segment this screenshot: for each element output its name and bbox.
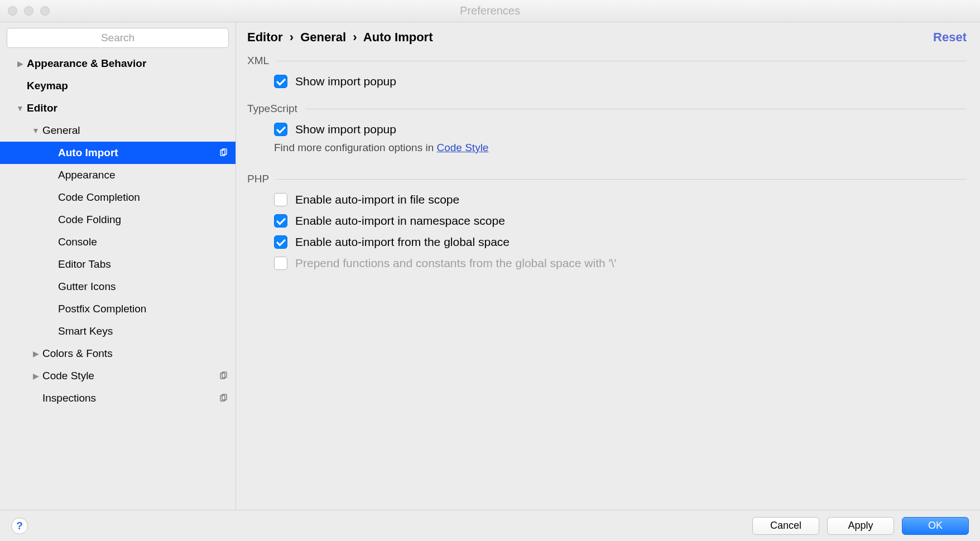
tree-item-postfix-completion[interactable]: Postfix Completion bbox=[0, 298, 236, 320]
option-label: Show import popup bbox=[295, 75, 396, 88]
help-button[interactable]: ? bbox=[11, 518, 28, 534]
tree-item-editor[interactable]: ▼Editor bbox=[0, 97, 236, 119]
breadcrumb-part: Auto Import bbox=[363, 30, 433, 44]
option-xml-show-import-popup[interactable]: Show import popup bbox=[247, 75, 967, 88]
checkbox[interactable] bbox=[274, 235, 287, 249]
close-window-button[interactable] bbox=[8, 6, 17, 16]
tree-item-appearance[interactable]: Appearance bbox=[0, 164, 236, 186]
tree-item-label: Auto Import bbox=[58, 147, 219, 159]
tree-item-code-style[interactable]: ▶Code Style bbox=[0, 365, 236, 387]
tree-item-editor-tabs[interactable]: Editor Tabs bbox=[0, 253, 236, 276]
section-xml: XML Show import popup bbox=[247, 55, 967, 88]
checkbox[interactable] bbox=[274, 214, 287, 228]
option-php-namespace-scope[interactable]: Enable auto-import in namespace scope bbox=[247, 214, 967, 228]
ok-button[interactable]: OK bbox=[902, 517, 969, 535]
settings-tree: ▶Appearance & BehaviorKeymap▼Editor▼Gene… bbox=[0, 52, 236, 510]
scheme-copy-icon[interactable] bbox=[219, 371, 228, 380]
scheme-copy-icon[interactable] bbox=[219, 394, 228, 403]
tree-item-inspections[interactable]: Inspections bbox=[0, 387, 236, 409]
option-php-file-scope[interactable]: Enable auto-import in file scope bbox=[247, 193, 967, 206]
chevron-right-icon[interactable]: ▶ bbox=[29, 371, 42, 380]
tree-item-colors-fonts[interactable]: ▶Colors & Fonts bbox=[0, 342, 236, 365]
tree-item-label: Colors & Fonts bbox=[42, 347, 228, 360]
chevron-right-icon: › bbox=[353, 30, 357, 44]
tree-item-appearance-behavior[interactable]: ▶Appearance & Behavior bbox=[0, 52, 236, 75]
zoom-window-button[interactable] bbox=[40, 6, 50, 16]
sidebar: ▶Appearance & BehaviorKeymap▼Editor▼Gene… bbox=[0, 22, 236, 510]
divider bbox=[277, 179, 967, 180]
option-label: Enable auto-import in namespace scope bbox=[295, 214, 505, 228]
section-title: TypeScript bbox=[247, 103, 297, 115]
typescript-subtext: Find more configuration options in Code … bbox=[247, 142, 967, 154]
tree-item-label: Editor Tabs bbox=[58, 258, 228, 270]
tree-item-label: Gutter Icons bbox=[58, 281, 228, 293]
tree-item-smart-keys[interactable]: Smart Keys bbox=[0, 320, 236, 342]
titlebar: Preferences bbox=[0, 0, 980, 22]
checkbox[interactable] bbox=[274, 123, 287, 136]
dialog-footer: ? Cancel Apply OK bbox=[0, 510, 980, 541]
chevron-right-icon[interactable]: ▶ bbox=[29, 349, 42, 358]
option-php-prepend-backslash: Prepend functions and constants from the… bbox=[247, 257, 967, 270]
tree-item-label: Appearance bbox=[58, 169, 228, 181]
tree-item-general[interactable]: ▼General bbox=[0, 119, 236, 142]
option-ts-show-import-popup[interactable]: Show import popup bbox=[247, 123, 967, 136]
tree-item-label: Keymap bbox=[27, 80, 228, 92]
tree-item-console[interactable]: Console bbox=[0, 231, 236, 253]
option-label: Show import popup bbox=[295, 123, 396, 136]
section-title: XML bbox=[247, 55, 269, 67]
option-label: Enable auto-import in file scope bbox=[295, 193, 459, 206]
divider bbox=[277, 61, 967, 61]
tree-item-keymap[interactable]: Keymap bbox=[0, 75, 236, 97]
option-label: Enable auto-import from the global space bbox=[295, 235, 510, 249]
tree-item-label: Postfix Completion bbox=[58, 303, 228, 315]
tree-item-gutter-icons[interactable]: Gutter Icons bbox=[0, 276, 236, 298]
checkbox[interactable] bbox=[274, 193, 287, 206]
checkbox bbox=[274, 257, 287, 270]
checkbox[interactable] bbox=[274, 75, 287, 88]
tree-item-label: Code Style bbox=[42, 370, 219, 382]
section-title: PHP bbox=[247, 173, 269, 185]
tree-item-label: Code Folding bbox=[58, 214, 228, 226]
scheme-copy-icon[interactable] bbox=[219, 148, 228, 157]
search-input[interactable] bbox=[7, 28, 229, 48]
minimize-window-button[interactable] bbox=[24, 6, 33, 16]
breadcrumb: Editor › General › Auto Import bbox=[247, 30, 433, 45]
tree-item-label: Code Completion bbox=[58, 191, 228, 204]
cancel-button[interactable]: Cancel bbox=[752, 517, 819, 535]
apply-button[interactable]: Apply bbox=[827, 517, 894, 535]
tree-item-label: Inspections bbox=[42, 392, 219, 404]
chevron-right-icon: › bbox=[290, 30, 294, 44]
tree-item-code-folding[interactable]: Code Folding bbox=[0, 209, 236, 231]
window-title: Preferences bbox=[0, 4, 980, 17]
tree-item-auto-import[interactable]: Auto Import bbox=[0, 142, 236, 164]
option-php-global-space[interactable]: Enable auto-import from the global space bbox=[247, 235, 967, 249]
chevron-down-icon[interactable]: ▼ bbox=[13, 104, 27, 113]
tree-item-label: Appearance & Behavior bbox=[27, 57, 228, 70]
window-controls bbox=[8, 6, 50, 16]
tree-item-label: Console bbox=[58, 236, 228, 248]
reset-button[interactable]: Reset bbox=[933, 30, 967, 45]
divider bbox=[305, 109, 967, 109]
breadcrumb-part: Editor bbox=[247, 30, 283, 44]
tree-item-code-completion[interactable]: Code Completion bbox=[0, 186, 236, 209]
tree-item-label: Smart Keys bbox=[58, 325, 228, 337]
content-panel: Editor › General › Auto Import Reset XML… bbox=[236, 22, 980, 510]
breadcrumb-part: General bbox=[300, 30, 346, 44]
option-label: Prepend functions and constants from the… bbox=[295, 257, 616, 270]
tree-item-label: Editor bbox=[27, 102, 228, 114]
section-php: PHP Enable auto-import in file scope Ena… bbox=[247, 173, 967, 270]
code-style-link[interactable]: Code Style bbox=[437, 142, 489, 153]
tree-item-label: General bbox=[42, 124, 228, 137]
section-typescript: TypeScript Show import popup Find more c… bbox=[247, 103, 967, 154]
chevron-right-icon[interactable]: ▶ bbox=[13, 59, 27, 68]
chevron-down-icon[interactable]: ▼ bbox=[29, 126, 42, 135]
